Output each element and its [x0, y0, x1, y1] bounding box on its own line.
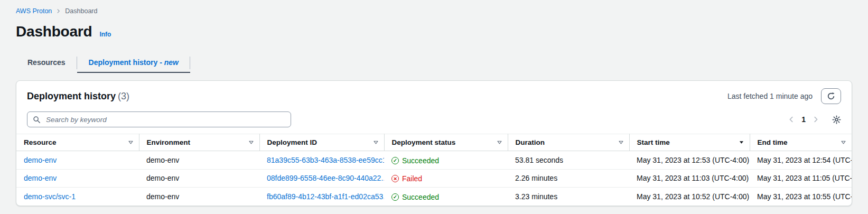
end-time-cell: May 31, 2023 at 11:05 (UTC-4:... — [757, 174, 852, 182]
column-label: Deployment ID — [267, 138, 318, 146]
column-label: Resource — [24, 138, 57, 146]
table-row: demo-env demo-env 81a39c55-63b3-463a-853… — [16, 151, 852, 170]
refresh-button[interactable] — [821, 88, 841, 104]
duration-cell: 3.23 minutes — [515, 192, 557, 201]
filter-icon — [497, 139, 502, 145]
column-header-duration[interactable]: Duration — [508, 134, 629, 151]
tab-resources[interactable]: Resources — [16, 53, 77, 73]
tab-resources-label: Resources — [27, 58, 66, 67]
breadcrumb-separator-icon — [56, 8, 61, 14]
table-row: demo-env demo-env 08fde899-6558-46ee-8c9… — [16, 169, 852, 188]
column-label: Duration — [516, 138, 545, 146]
deployment-history-panel: Deployment history(3) Last fetched 1 min… — [16, 80, 852, 206]
page-header: Dashboard Info — [16, 23, 852, 40]
search-input[interactable] — [45, 115, 285, 124]
deployment-id-link[interactable]: 08fde899-6558-46ee-8c90-440a22... — [267, 174, 384, 182]
column-header-deployment-status[interactable]: Deployment status — [384, 134, 508, 151]
start-time-cell: May 31, 2023 at 10:52 (UTC-4:00) — [637, 192, 749, 201]
next-page-button[interactable] — [811, 115, 820, 124]
environment-cell: demo-env — [146, 174, 179, 182]
page-title: Dashboard — [16, 23, 92, 40]
table-header-row: Resource Environment Deployment ID — [16, 134, 852, 151]
duration-cell: 53.81 seconds — [515, 156, 563, 164]
column-header-start-time[interactable]: Start time — [629, 134, 750, 151]
search-box — [27, 111, 291, 127]
tab-deployment-history[interactable]: Deployment history - new — [77, 53, 190, 73]
tab-deployment-history-label: Deployment history - — [89, 58, 164, 67]
chevron-right-icon — [812, 116, 819, 123]
column-header-environment[interactable]: Environment — [139, 134, 259, 151]
status-success-icon — [391, 157, 399, 164]
panel-header: Deployment history(3) Last fetched 1 min… — [16, 81, 852, 109]
status-error-icon — [391, 175, 399, 182]
status-success-icon — [391, 193, 399, 201]
previous-page-button[interactable] — [787, 115, 796, 124]
last-fetched-text: Last fetched 1 minute ago — [727, 92, 813, 100]
aws-proton-dashboard-page: AWS Proton Dashboard Dashboard Info Reso… — [0, 0, 868, 214]
filter-icon — [841, 139, 846, 145]
column-label: End time — [758, 138, 788, 146]
column-label: Start time — [637, 138, 670, 146]
filter-icon — [618, 139, 624, 145]
environment-cell: demo-env — [146, 156, 179, 164]
page-number[interactable]: 1 — [801, 115, 806, 124]
info-link[interactable]: Info — [99, 31, 111, 38]
breadcrumb-dashboard: Dashboard — [65, 7, 97, 15]
column-header-end-time[interactable]: End time — [750, 134, 852, 151]
duration-cell: 2.26 minutes — [515, 174, 557, 182]
status-badge: Succeeded — [391, 156, 439, 165]
start-time-cell: May 31, 2023 at 11:03 (UTC-4:00) — [637, 174, 749, 182]
sort-descending-icon — [739, 139, 744, 145]
end-time-cell: May 31, 2023 at 12:54 (UTC-4:... — [757, 156, 852, 164]
deployment-history-table: Resource Environment Deployment ID — [16, 134, 852, 206]
breadcrumb: AWS Proton Dashboard — [16, 7, 852, 15]
environment-cell: demo-env — [146, 192, 179, 201]
status-badge: Failed — [391, 174, 422, 183]
status-label: Failed — [402, 174, 422, 183]
status-label: Succeeded — [402, 156, 439, 165]
filter-icon — [128, 139, 134, 145]
column-label: Environment — [147, 138, 191, 146]
tab-new-badge: new — [164, 58, 179, 67]
refresh-icon — [827, 92, 835, 100]
chevron-left-icon — [788, 116, 795, 123]
resource-link[interactable]: demo-env — [24, 174, 57, 182]
start-time-cell: May 31, 2023 at 12:53 (UTC-4:00) — [637, 156, 749, 164]
tabs: Resources Deployment history - new — [16, 53, 852, 73]
resource-link[interactable]: demo-env — [24, 156, 57, 164]
gear-icon — [832, 115, 841, 124]
column-header-deployment-id[interactable]: Deployment ID — [259, 134, 384, 151]
panel-count: (3) — [118, 91, 129, 101]
end-time-cell: May 31, 2023 at 10:55 (UTC-4:... — [757, 192, 852, 201]
deployment-id-link[interactable]: fb60af89-4b12-43bf-a1f1-ed02ca53... — [267, 192, 384, 201]
deployment-id-link[interactable]: 81a39c55-63b3-463a-8538-ee59cc1... — [267, 156, 384, 164]
resource-link[interactable]: demo-svc/svc-1 — [24, 192, 76, 201]
pagination: 1 — [787, 115, 841, 124]
table-row: demo-svc/svc-1 demo-env fb60af89-4b12-43… — [16, 188, 852, 206]
panel-title-text: Deployment history — [27, 91, 116, 101]
status-label: Succeeded — [402, 193, 439, 201]
column-header-resource[interactable]: Resource — [16, 134, 139, 151]
filter-icon — [248, 139, 254, 145]
panel-title: Deployment history(3) — [27, 91, 129, 102]
table-toolbar: 1 — [16, 109, 852, 134]
status-badge: Succeeded — [391, 193, 439, 201]
filter-icon — [373, 139, 379, 145]
breadcrumb-aws-proton[interactable]: AWS Proton — [16, 7, 52, 15]
search-icon — [33, 116, 41, 124]
column-label: Deployment status — [392, 138, 456, 146]
preferences-button[interactable] — [832, 115, 841, 124]
